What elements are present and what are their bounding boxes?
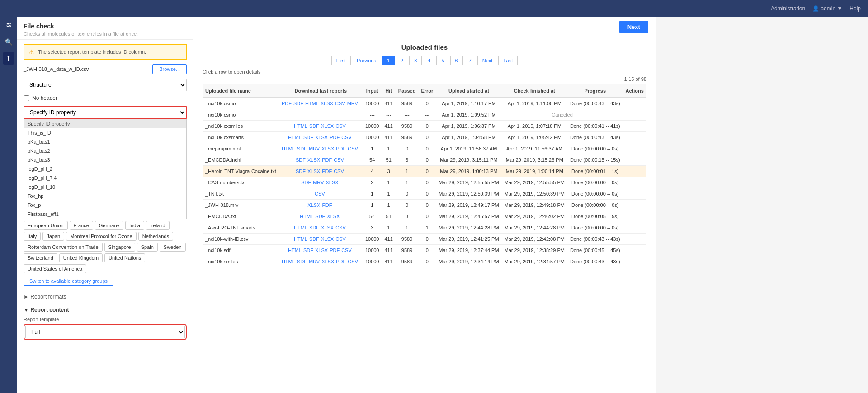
download-link-html[interactable]: HTML [282, 146, 295, 151]
tag-15[interactable]: United Nations [104, 253, 145, 262]
sidebar-icon-search[interactable]: 🔍 [2, 36, 15, 48]
download-link-pdf[interactable]: PDF [336, 259, 346, 264]
download-link-sdf[interactable]: SDF [296, 168, 306, 174]
download-link-csv[interactable]: CSV [348, 259, 358, 264]
download-link-csv[interactable]: CSV [335, 123, 346, 129]
download-link-xlsx[interactable]: XLSX [307, 202, 320, 208]
download-link-sdf[interactable]: SDF [309, 225, 319, 230]
download-link-xlsx[interactable]: XLSX [321, 101, 333, 106]
table-row[interactable]: _EMCDDA.inchiSDFXLSXPDFCSV545130Mar 29, … [203, 154, 646, 166]
dropdown-option-8[interactable]: Tox_hp [24, 192, 186, 201]
download-link-xlsx[interactable]: XLSX [321, 146, 334, 151]
tag-0[interactable]: European Union [24, 221, 68, 230]
download-link-sdf[interactable]: SDF [309, 236, 319, 242]
page-previous[interactable]: Previous [352, 56, 381, 66]
tag-3[interactable]: India [125, 221, 144, 230]
table-row[interactable]: _nci10k.csmol------------Apr 1, 2019, 1:… [203, 109, 646, 121]
table-row[interactable]: _nci10k.cxsmilesHTMLSDFXLSXCSV1000041195… [203, 121, 646, 132]
page-2[interactable]: 2 [396, 56, 408, 66]
download-link-sdf[interactable]: SDF [297, 259, 307, 264]
download-link-sdf[interactable]: SDF [309, 123, 319, 129]
download-link-csv[interactable]: CSV [335, 225, 346, 230]
report-formats-toggle[interactable]: ► Report formats [24, 294, 187, 300]
dropdown-option-4[interactable]: pKa_bas3 [24, 155, 186, 164]
sidebar-icon-upload[interactable]: ⬆ [3, 52, 14, 65]
tag-16[interactable]: United States of America [24, 264, 86, 273]
download-link-sdf[interactable]: SDF [315, 214, 325, 219]
page-last[interactable]: Last [498, 56, 518, 66]
table-row[interactable]: _nci10k-with-ID.csvHTMLSDFXLSXCSV1000041… [203, 234, 646, 245]
download-link-sdf[interactable]: SDF [303, 135, 313, 140]
page-3[interactable]: 3 [409, 56, 422, 66]
page-4[interactable]: 4 [423, 56, 435, 66]
dropdown-option-1[interactable]: This_is_ID [24, 128, 186, 137]
dropdown-option-7[interactable]: logD_pH_10 [24, 182, 186, 192]
page-first[interactable]: First [331, 56, 351, 66]
download-link-csv[interactable]: CSV [335, 101, 345, 106]
download-link-pdf[interactable]: PDF [336, 146, 346, 151]
download-link-mrv[interactable]: MRV [309, 259, 320, 264]
download-link-html[interactable]: HTML [294, 225, 307, 230]
download-link-xlsx[interactable]: XLSX [327, 214, 340, 219]
dropdown-option-5[interactable]: logD_pH_2 [24, 164, 186, 173]
switch-category-btn[interactable]: Switch to available category groups [24, 276, 113, 286]
dropdown-option-3[interactable]: pKa_bas2 [24, 146, 186, 155]
download-link-xlsx[interactable]: XLSX [321, 236, 334, 242]
download-link-xlsx[interactable]: XLSX [321, 225, 334, 230]
tag-5[interactable]: Italy [24, 232, 41, 241]
download-link-html[interactable]: HTML [305, 101, 319, 106]
table-row[interactable]: _TNT.txtCSV1100Mar 29, 2019, 12:50:39 PM… [203, 188, 646, 200]
download-link-sdf[interactable]: SDF [296, 157, 306, 163]
download-link-html[interactable]: HTML [294, 123, 307, 129]
download-link-pdf[interactable]: PDF [322, 202, 332, 208]
table-row[interactable]: _CAS-numbers.txtSDFMRVXLSX2110Mar 29, 20… [203, 177, 646, 188]
table-row[interactable]: _nci10k.smilesHTMLSDFMRVXLSXPDFCSV100004… [203, 256, 646, 267]
download-link-csv[interactable]: CSV [341, 135, 352, 140]
tag-6[interactable]: Japan [42, 232, 64, 241]
tag-8[interactable]: Netherlands [138, 232, 173, 241]
report-content-toggle[interactable]: ▼ Report content [24, 307, 187, 313]
browse-button[interactable]: Browse... [152, 64, 187, 74]
dropdown-option-0[interactable]: Specify ID property [24, 119, 186, 128]
specify-id-select[interactable]: Specify ID property [24, 106, 187, 119]
dropdown-option-9[interactable]: Tox_p [24, 201, 186, 210]
tag-12[interactable]: Sweden [160, 243, 186, 252]
table-row[interactable]: _JWH-018.mrvXLSXPDF1100Mar 29, 2019, 12:… [203, 200, 646, 211]
help-link[interactable]: Help [849, 5, 861, 12]
table-row[interactable]: _Asx-H2O-TNT.smartsHTMLSDFXLSXCSV3111Mar… [203, 222, 646, 234]
tag-1[interactable]: France [70, 221, 93, 230]
download-link-csv[interactable]: CSV [334, 168, 344, 174]
download-link-csv[interactable]: CSV [348, 146, 358, 151]
table-row[interactable]: _nci10k.cxsmartsHTMLSDFXLSXPDFCSV1000041… [203, 132, 646, 143]
download-link-pdf[interactable]: PDF [330, 135, 340, 140]
structure-select[interactable]: Structure [24, 79, 187, 91]
admin-menu[interactable]: 👤 admin ▼ [812, 5, 842, 12]
table-row[interactable]: _nci10k.sdfHTMLSDFXLSXPDFCSV100004119589… [203, 245, 646, 256]
tag-14[interactable]: United Kingdom [59, 253, 103, 262]
download-link-sdf[interactable]: SDF [301, 180, 311, 185]
tag-10[interactable]: Singapore [104, 243, 135, 252]
administration-link[interactable]: Administration [771, 5, 805, 12]
tag-7[interactable]: Montreal Protocol for Ozone [66, 232, 137, 241]
download-link-xlsx[interactable]: XLSX [315, 248, 328, 253]
download-link-pdf[interactable]: PDF [330, 248, 340, 253]
table-row[interactable]: _Heroin-TNT-Viagra-Cocaine.txtSDFXLSXPDF… [203, 166, 646, 177]
dropdown-option-6[interactable]: logD_pH_7.4 [24, 173, 186, 182]
download-link-csv[interactable]: CSV [341, 248, 352, 253]
dropdown-option-10[interactable]: Firstpass_eff1 [24, 210, 186, 219]
page-5[interactable]: 5 [436, 56, 449, 66]
page-6[interactable]: 6 [450, 56, 463, 66]
download-link-html[interactable]: HTML [300, 214, 313, 219]
table-row[interactable]: _nci10k.csmolPDFSDFHTMLXLSXCSVMRV1000041… [203, 98, 646, 109]
download-link-sdf[interactable]: SDF [297, 146, 307, 151]
table-row[interactable]: _mepirapim.molHTMLSDFMRVXLSXPDFCSV1100Ap… [203, 143, 646, 154]
tag-13[interactable]: Switzerland [24, 253, 57, 262]
download-link-csv[interactable]: CSV [334, 157, 344, 163]
tag-11[interactable]: Spain [137, 243, 158, 252]
dropdown-option-2[interactable]: pKa_bas1 [24, 137, 186, 146]
download-link-html[interactable]: HTML [294, 236, 307, 242]
download-link-sdf[interactable]: SDF [303, 248, 313, 253]
download-link-sdf[interactable]: SDF [293, 101, 303, 106]
download-link-csv[interactable]: CSV [335, 236, 346, 242]
download-link-xlsx[interactable]: XLSX [307, 168, 320, 174]
